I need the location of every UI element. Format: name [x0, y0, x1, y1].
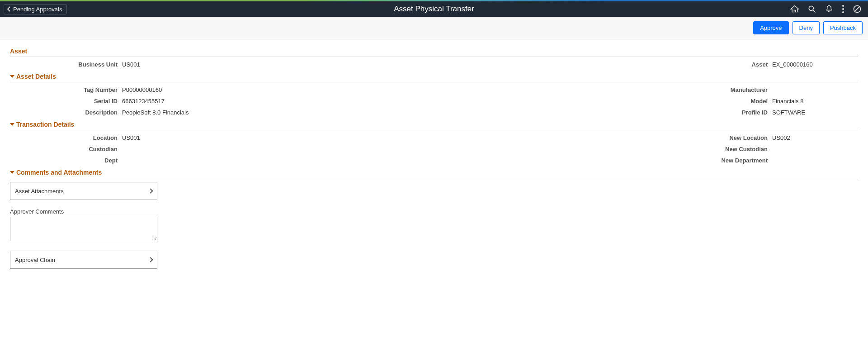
field-location: Location US001 — [10, 132, 434, 143]
asset-attachments-label: Asset Attachments — [15, 188, 64, 195]
label-serial-id: Serial ID — [10, 98, 122, 105]
approval-chain-nav[interactable]: Approval Chain — [10, 251, 157, 269]
asset-details-grid: Tag Number P00000000160 Manufacturer Ser… — [10, 84, 858, 118]
value-model: Financials 8 — [772, 98, 803, 105]
label-asset: Asset — [651, 61, 772, 68]
search-icon[interactable] — [807, 5, 816, 14]
value-tag-number: P00000000160 — [122, 86, 162, 93]
field-new-location: New Location US002 — [434, 132, 858, 143]
approve-button[interactable]: Approve — [753, 21, 788, 34]
field-description: Description PeopleSoft 8.0 Financials — [10, 107, 434, 118]
label-custodian: Custodian — [10, 146, 122, 152]
section-title-asset: Asset — [10, 45, 858, 57]
field-model: Model Financials 8 — [434, 95, 858, 107]
asset-attachments-nav[interactable]: Asset Attachments — [10, 182, 157, 200]
transaction-grid: Location US001 New Location US002 Custod… — [10, 132, 858, 166]
svg-line-1 — [813, 10, 816, 13]
svg-point-4 — [842, 11, 844, 13]
caret-down-icon — [10, 123, 14, 126]
label-model: Model — [651, 98, 772, 105]
label-description: Description — [10, 109, 122, 116]
section-title-comments-attachments-label: Comments and Attachments — [16, 169, 102, 176]
back-button-label: Pending Approvals — [13, 6, 62, 13]
approver-comments-input[interactable] — [10, 217, 157, 241]
page-title: Asset Physical Transfer — [394, 5, 474, 14]
content-area: Asset Business Unit US001 Asset EX_00000… — [0, 39, 868, 287]
value-asset: EX_000000160 — [772, 61, 813, 68]
value-location: US001 — [122, 134, 140, 141]
label-profile-id: Profile ID — [651, 109, 772, 116]
back-button[interactable]: Pending Approvals — [4, 4, 67, 14]
pushback-button[interactable]: Pushback — [823, 21, 863, 34]
field-dept: Dept — [10, 155, 434, 166]
section-title-transaction-details[interactable]: Transaction Details — [10, 118, 858, 130]
field-business-unit: Business Unit US001 — [10, 59, 434, 70]
action-bar: Approve Deny Pushback — [0, 17, 868, 39]
label-business-unit: Business Unit — [10, 61, 122, 68]
more-icon[interactable] — [842, 5, 844, 14]
field-serial-id: Serial ID 6663123455517 — [10, 95, 434, 107]
label-new-location: New Location — [651, 134, 772, 141]
header-bar: Pending Approvals Asset Physical Transfe… — [0, 1, 868, 17]
caret-down-icon — [10, 171, 14, 174]
caret-down-icon — [10, 75, 14, 78]
field-asset: Asset EX_000000160 — [434, 59, 858, 70]
chevron-right-icon — [148, 257, 153, 262]
bell-icon[interactable] — [825, 5, 834, 14]
chevron-left-icon — [7, 6, 11, 12]
section-title-transaction-details-label: Transaction Details — [16, 121, 74, 128]
section-title-asset-details-label: Asset Details — [16, 73, 56, 80]
value-new-location: US002 — [772, 134, 790, 141]
field-profile-id: Profile ID SOFTWARE — [434, 107, 858, 118]
field-manufacturer: Manufacturer — [434, 84, 858, 95]
value-serial-id: 6663123455517 — [122, 98, 165, 105]
svg-point-2 — [842, 5, 844, 7]
home-icon[interactable] — [790, 5, 799, 14]
label-tag-number: Tag Number — [10, 86, 122, 93]
label-new-custodian: New Custodian — [651, 146, 772, 152]
value-profile-id: SOFTWARE — [772, 109, 805, 116]
svg-point-3 — [842, 8, 844, 10]
asset-grid: Business Unit US001 Asset EX_000000160 — [10, 59, 858, 70]
approval-chain-label: Approval Chain — [15, 257, 55, 263]
deny-button[interactable]: Deny — [793, 21, 820, 34]
chevron-right-icon — [148, 188, 153, 193]
label-new-department: New Department — [651, 157, 772, 164]
label-dept: Dept — [10, 157, 122, 164]
approver-comments-label: Approver Comments — [10, 208, 858, 215]
field-new-custodian: New Custodian — [434, 143, 858, 155]
label-manufacturer: Manufacturer — [651, 86, 772, 93]
field-tag-number: Tag Number P00000000160 — [10, 84, 434, 95]
svg-line-6 — [854, 6, 860, 12]
section-title-comments-attachments[interactable]: Comments and Attachments — [10, 166, 858, 178]
svg-point-0 — [809, 6, 813, 10]
field-custodian: Custodian — [10, 143, 434, 155]
label-location: Location — [10, 134, 122, 141]
field-new-department: New Department — [434, 155, 858, 166]
value-business-unit: US001 — [122, 61, 140, 68]
header-icon-group — [790, 5, 864, 14]
value-description: PeopleSoft 8.0 Financials — [122, 109, 189, 116]
block-icon[interactable] — [853, 5, 862, 14]
section-title-asset-details[interactable]: Asset Details — [10, 70, 858, 82]
